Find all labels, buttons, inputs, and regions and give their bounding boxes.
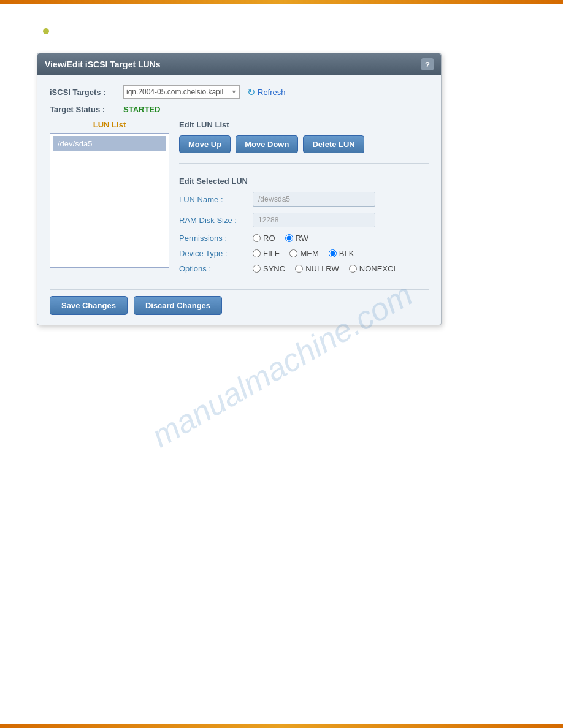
dialog-view-edit-iscsi: View/Edit iSCSI Target LUNs ? iSCSI Targ… — [37, 53, 442, 325]
options-sync-radio[interactable] — [253, 265, 261, 273]
target-status-label: Target Status : — [50, 105, 123, 114]
permissions-rw-option[interactable]: RW — [285, 233, 308, 243]
target-select-wrapper: iqn.2004-05.com.chelsio.kapil — [123, 85, 240, 99]
main-content-area: LUN List /dev/sda5 Edit LUN List Move Up… — [50, 120, 429, 279]
bullet-indicator — [43, 28, 49, 34]
target-status-value: STARTED — [123, 105, 160, 114]
permissions-row: Permissions : RO RW — [179, 233, 429, 243]
options-row: Options : SYNC NULLRW — [179, 264, 429, 273]
edit-section: Edit LUN List Move Up Move Down Delete L… — [179, 120, 429, 279]
device-type-label: Device Type : — [179, 249, 253, 258]
section-divider — [179, 163, 429, 164]
lun-name-label: LUN Name : — [179, 195, 253, 204]
device-type-mem-option[interactable]: MEM — [289, 249, 318, 258]
ram-disk-size-input[interactable] — [253, 213, 375, 227]
options-nonexcl-option[interactable]: NONEXCL — [349, 264, 398, 273]
bottom-decorative-bar — [0, 724, 563, 728]
device-type-blk-label: BLK — [339, 249, 354, 258]
save-changes-button[interactable]: Save Changes — [50, 296, 128, 315]
options-nullrw-radio[interactable] — [295, 265, 303, 273]
permissions-radio-group: RO RW — [253, 233, 308, 243]
target-dropdown[interactable]: iqn.2004-05.com.chelsio.kapil — [123, 85, 240, 99]
discard-changes-button[interactable]: Discard Changes — [134, 296, 222, 315]
options-sync-option[interactable]: SYNC — [253, 264, 285, 273]
options-nullrw-label: NULLRW — [305, 264, 339, 273]
refresh-label: Refresh — [258, 88, 286, 97]
lun-name-row: LUN Name : — [179, 192, 429, 207]
device-type-blk-radio[interactable] — [329, 249, 337, 257]
target-status-row: Target Status : STARTED — [50, 105, 429, 114]
ram-disk-size-row: RAM Disk Size : — [179, 213, 429, 227]
bottom-buttons: Save Changes Discard Changes — [50, 289, 429, 315]
options-nonexcl-radio[interactable] — [349, 265, 357, 273]
lun-name-input[interactable] — [253, 192, 375, 207]
lun-list-box: /dev/sda5 — [50, 133, 169, 268]
permissions-ro-label: RO — [263, 233, 275, 243]
lun-action-buttons: Move Up Move Down Delete LUN — [179, 135, 429, 153]
device-type-file-option[interactable]: FILE — [253, 249, 280, 258]
permissions-ro-radio[interactable] — [253, 234, 261, 242]
permissions-ro-option[interactable]: RO — [253, 233, 275, 243]
options-label: Options : — [179, 264, 253, 273]
edit-lun-list-header: Edit LUN List — [179, 120, 429, 129]
lun-list-panel: LUN List /dev/sda5 — [50, 120, 169, 279]
iscsi-targets-row: iSCSI Targets : iqn.2004-05.com.chelsio.… — [50, 85, 429, 99]
device-type-mem-radio[interactable] — [289, 249, 297, 257]
move-down-button[interactable]: Move Down — [236, 135, 298, 153]
options-nullrw-option[interactable]: NULLRW — [295, 264, 339, 273]
refresh-icon: ↻ — [247, 86, 255, 98]
device-type-blk-option[interactable]: BLK — [329, 249, 354, 258]
dialog-titlebar: View/Edit iSCSI Target LUNs ? — [37, 53, 441, 75]
lun-item[interactable]: /dev/sda5 — [53, 136, 166, 151]
permissions-rw-label: RW — [296, 233, 308, 243]
move-up-button[interactable]: Move Up — [179, 135, 231, 153]
ram-disk-size-label: RAM Disk Size : — [179, 216, 253, 225]
delete-lun-button[interactable]: Delete LUN — [303, 135, 364, 153]
edit-selected-lun-header: Edit Selected LUN — [179, 170, 429, 186]
device-type-mem-label: MEM — [300, 249, 318, 258]
options-sync-label: SYNC — [263, 264, 285, 273]
options-nonexcl-label: NONEXCL — [359, 264, 398, 273]
dialog-title: View/Edit iSCSI Target LUNs — [45, 59, 161, 69]
device-type-row: Device Type : FILE MEM — [179, 249, 429, 258]
iscsi-targets-label: iSCSI Targets : — [50, 88, 123, 97]
device-type-radio-group: FILE MEM BLK — [253, 249, 354, 258]
lun-list-header: LUN List — [50, 120, 169, 129]
device-type-file-radio[interactable] — [253, 249, 261, 257]
dialog-body: iSCSI Targets : iqn.2004-05.com.chelsio.… — [37, 75, 441, 325]
permissions-label: Permissions : — [179, 233, 253, 243]
permissions-rw-radio[interactable] — [285, 234, 293, 242]
device-type-file-label: FILE — [263, 249, 280, 258]
options-radio-group: SYNC NULLRW NONEXCL — [253, 264, 398, 273]
refresh-button[interactable]: ↻ Refresh — [247, 86, 286, 98]
help-button[interactable]: ? — [421, 58, 434, 70]
